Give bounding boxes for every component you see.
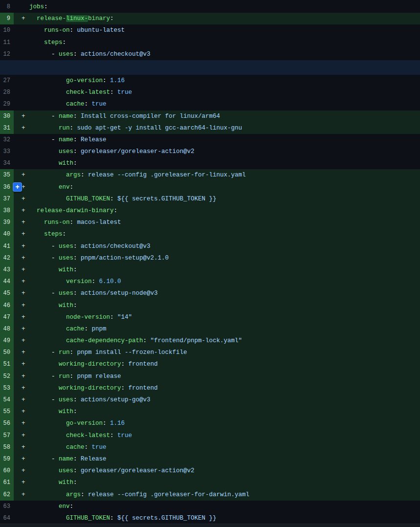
line-number[interactable]: 34 <box>0 157 14 169</box>
code-token: - <box>29 373 59 380</box>
code-token: uses <box>59 396 73 403</box>
code-token: name <box>59 136 73 143</box>
line-number[interactable]: 32 <box>0 134 14 146</box>
diff-row-added: 53+ working-directory: frontend <box>0 382 420 394</box>
diff-row-added: 30+ - name: Install cross-compiler for l… <box>0 110 420 122</box>
diff-marker: + <box>14 358 29 370</box>
line-number[interactable]: 51 <box>0 358 14 370</box>
line-number[interactable]: 43 <box>0 264 14 276</box>
line-number[interactable]: 27 <box>0 75 14 87</box>
code-token: : <box>103 420 110 427</box>
line-number[interactable]: 47 <box>0 311 14 323</box>
line-number[interactable]: 50 <box>0 347 14 358</box>
line-number[interactable]: 60 <box>0 465 14 477</box>
diff-marker: + <box>14 453 29 465</box>
line-number[interactable]: 44 <box>0 276 14 287</box>
code-token: release- <box>37 15 66 22</box>
line-number[interactable]: 40 <box>0 228 14 240</box>
code-token: binary <box>88 15 110 22</box>
line-number[interactable]: 39 <box>0 217 14 228</box>
line-number[interactable]: 57 <box>0 430 14 441</box>
diff-row-context: 8jobs: <box>0 1 420 13</box>
code-token: : <box>73 456 81 462</box>
code-token: - <box>29 136 59 143</box>
diff-marker: + <box>14 441 29 453</box>
line-number[interactable]: 37 <box>0 193 14 205</box>
code-token: args <box>66 491 81 498</box>
code-line: - uses: actions/checkout@v3 <box>29 48 420 60</box>
diff-row-context: 34 with: <box>0 157 420 169</box>
code-token: env <box>59 184 70 191</box>
line-number[interactable]: 59 <box>0 453 14 465</box>
line-number[interactable]: 52 <box>0 371 14 382</box>
line-number[interactable]: 42 <box>0 252 14 264</box>
code-line: - run: pnpm install --frozen-lockfile <box>29 347 420 358</box>
code-token: : <box>70 503 74 510</box>
line-number[interactable]: 55 <box>0 406 14 417</box>
code-token <box>29 125 59 132</box>
diff-row-added: 44+ version: 6.10.0 <box>0 276 420 287</box>
diff-marker: + <box>14 465 29 477</box>
code-token: with <box>59 302 73 309</box>
add-line-comment-button[interactable]: + <box>13 182 22 192</box>
line-number[interactable]: 48 <box>0 323 14 335</box>
code-token: sudo apt-get -y install gcc-aarch64-linu… <box>77 125 243 132</box>
line-number[interactable]: 62 <box>0 489 14 501</box>
code-token: goreleaser/goreleaser-action@v2 <box>81 148 195 155</box>
diff-footer-strip <box>0 524 420 527</box>
diff-row-added: 35+ args: release --config .goreleaser-f… <box>0 169 420 181</box>
diff-marker: + <box>14 122 29 134</box>
line-number[interactable]: 12 <box>0 48 14 60</box>
line-number[interactable]: 49 <box>0 335 14 347</box>
line-number[interactable]: 54 <box>0 394 14 406</box>
diff-row-added: 49+ cache-dependency-path: "frontend/pnp… <box>0 335 420 347</box>
code-token: - <box>29 113 59 120</box>
line-number[interactable]: 41 <box>0 241 14 252</box>
diff-marker <box>14 146 29 157</box>
code-token: : <box>73 136 81 143</box>
code-token: with <box>59 266 73 273</box>
line-number[interactable]: 11 <box>0 37 14 48</box>
code-token: pnpm release <box>77 373 121 380</box>
line-number[interactable]: 45 <box>0 287 14 299</box>
code-token: runs-on <box>44 219 70 226</box>
line-number[interactable]: 35 <box>0 169 14 181</box>
diff-row-added: 36+ env:+ <box>0 181 420 193</box>
line-number[interactable]: 8 <box>0 1 14 13</box>
code-token: version <box>66 278 92 285</box>
line-number[interactable]: 46 <box>0 300 14 311</box>
code-token: node-version <box>66 314 110 321</box>
line-number[interactable]: 28 <box>0 87 14 98</box>
code-token: : <box>73 479 77 486</box>
line-number[interactable]: 36 <box>0 181 14 193</box>
line-number[interactable]: 9 <box>0 13 14 24</box>
diff-row-added: 54+ - uses: actions/setup-go@v3 <box>0 394 420 406</box>
line-number[interactable]: 38 <box>0 205 14 217</box>
line-number[interactable]: 31 <box>0 122 14 134</box>
diff-row-added: 57+ check-latest: true <box>0 430 420 441</box>
line-number[interactable]: 33 <box>0 146 14 157</box>
code-token: : <box>121 361 129 368</box>
expand-hidden-lines-row[interactable] <box>0 60 420 75</box>
code-token: ${{ secrets.GITHUB_TOKEN }} <box>117 196 217 202</box>
line-number[interactable]: 63 <box>0 501 14 512</box>
diff-marker: + <box>14 430 29 441</box>
diff-row-added: 55+ with: <box>0 406 420 417</box>
code-token: actions/checkout@v3 <box>81 51 151 58</box>
line-number[interactable]: 29 <box>0 98 14 110</box>
code-token: : <box>73 266 77 273</box>
line-number[interactable]: 10 <box>0 24 14 36</box>
code-token: 1.16 <box>110 420 125 427</box>
line-number[interactable]: 61 <box>0 477 14 488</box>
line-number[interactable]: 53 <box>0 382 14 394</box>
code-token: pnpm/action-setup@v2.1.0 <box>81 255 169 262</box>
line-number[interactable]: 58 <box>0 441 14 453</box>
code-token <box>29 385 59 392</box>
code-line: cache: true <box>29 441 420 453</box>
diff-marker: + <box>14 323 29 335</box>
line-number[interactable]: 64 <box>0 512 14 524</box>
line-number[interactable]: 30 <box>0 110 14 122</box>
line-number[interactable]: 56 <box>0 417 14 429</box>
code-token: cache <box>66 444 85 451</box>
code-token: true <box>117 432 132 439</box>
